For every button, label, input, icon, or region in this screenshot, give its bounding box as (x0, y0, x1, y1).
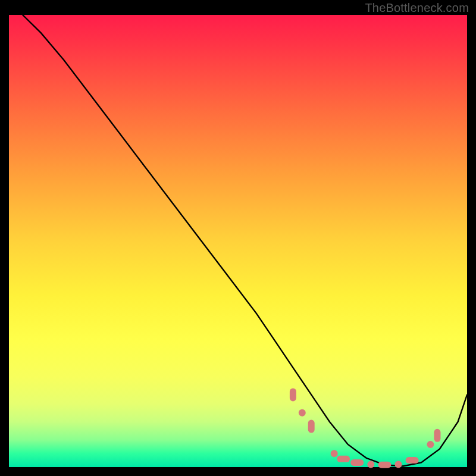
curve-line (23, 15, 467, 466)
chart-frame: TheBottleneck.com (0, 0, 476, 476)
data-marker (299, 409, 306, 416)
data-marker (331, 450, 338, 457)
curve-markers (290, 388, 441, 468)
data-marker (406, 457, 419, 464)
watermark-text: TheBottleneck.com (365, 1, 469, 15)
chart-overlay (9, 15, 467, 467)
data-marker (378, 462, 391, 468)
data-marker (350, 459, 364, 466)
data-marker (337, 456, 350, 462)
data-marker (367, 461, 374, 468)
data-marker (290, 388, 296, 401)
data-marker (395, 461, 402, 468)
data-marker (427, 441, 434, 448)
data-marker (434, 429, 440, 442)
data-marker (308, 420, 315, 433)
plot-area (9, 15, 467, 467)
